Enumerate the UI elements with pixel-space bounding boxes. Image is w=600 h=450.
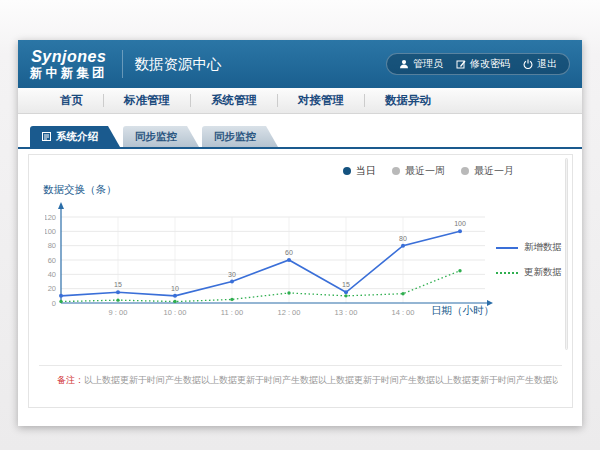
radio-last-week[interactable]: 最近一周 xyxy=(392,164,445,178)
radio-label: 当日 xyxy=(356,164,376,178)
svg-text:100: 100 xyxy=(454,220,466,227)
x-axis-title: 日期（小时） xyxy=(431,304,494,318)
svg-text:100: 100 xyxy=(45,227,56,236)
edit-icon xyxy=(456,59,466,69)
document-icon xyxy=(42,131,51,143)
tab-bar: 系统介绍 同步监控 同步监控 xyxy=(30,126,582,147)
company-logo: Synjones 新中新集团 xyxy=(30,49,108,80)
solid-line-icon xyxy=(496,247,518,249)
radio-label: 最近一月 xyxy=(474,164,514,178)
svg-text:60: 60 xyxy=(285,249,293,256)
svg-text:30: 30 xyxy=(228,271,236,278)
svg-text:20: 20 xyxy=(48,284,56,293)
radio-last-month[interactable]: 最近一月 xyxy=(461,164,514,178)
tab-system-intro[interactable]: 系统介绍 xyxy=(30,126,120,147)
header-divider xyxy=(122,50,123,78)
svg-text:40: 40 xyxy=(48,270,56,279)
chart-panel: 当日 最近一周 最近一月 数据交换（条） 0204060801001209 : … xyxy=(28,154,573,408)
footnote-prefix: 备注： xyxy=(57,375,84,385)
content-area: 系统介绍 同步监控 同步监控 当日 最近一周 xyxy=(18,114,582,425)
user-toolbar: 管理员 修改密码 退出 xyxy=(386,53,570,75)
legend-item-updated-data[interactable]: 更新数据 xyxy=(496,266,562,279)
svg-text:9 : 00: 9 : 00 xyxy=(109,308,128,317)
tab-sync-monitor-1[interactable]: 同步监控 xyxy=(123,126,199,147)
tab-sync-monitor-2[interactable]: 同步监控 xyxy=(202,126,278,147)
scrollbar[interactable] xyxy=(565,158,568,350)
nav-item-home[interactable]: 首页 xyxy=(40,93,103,108)
svg-text:12 : 00: 12 : 00 xyxy=(278,308,301,317)
svg-text:10: 10 xyxy=(171,285,179,292)
nav-item-system-management[interactable]: 系统管理 xyxy=(191,93,277,108)
footnote: 备注：以上数据更新于时间产生数据以上数据更新于时间产生数据以上数据更新于时间产生… xyxy=(57,374,558,387)
tab-label: 系统介绍 xyxy=(56,130,98,144)
y-axis-title: 数据交换（条） xyxy=(43,183,572,197)
nav-item-data-change[interactable]: 数据异动 xyxy=(365,93,451,108)
svg-text:0: 0 xyxy=(52,299,56,308)
footnote-divider xyxy=(39,365,562,366)
chart-area: 0204060801001209 : 0010 : 0011 : 0012 : … xyxy=(45,199,572,349)
svg-text:80: 80 xyxy=(399,235,407,242)
svg-text:14 : 00: 14 : 00 xyxy=(392,308,415,317)
radio-dot-icon xyxy=(461,167,469,175)
svg-text:120: 120 xyxy=(45,213,56,222)
change-password-button[interactable]: 修改密码 xyxy=(456,57,510,71)
app-window: Synjones 新中新集团 数据资源中心 管理员 修改密码 xyxy=(18,40,582,426)
svg-text:80: 80 xyxy=(48,241,56,250)
change-password-label: 修改密码 xyxy=(470,57,510,71)
radio-today[interactable]: 当日 xyxy=(343,164,376,178)
svg-text:11 : 00: 11 : 00 xyxy=(221,308,243,317)
logout-button[interactable]: 退出 xyxy=(523,57,557,71)
logo-subtext: 新中新集团 xyxy=(30,67,108,80)
top-header: Synjones 新中新集团 数据资源中心 管理员 修改密码 xyxy=(18,40,582,88)
nav-item-standard-management[interactable]: 标准管理 xyxy=(104,93,190,108)
user-icon xyxy=(399,59,409,69)
nav-item-interface-management[interactable]: 对接管理 xyxy=(278,93,364,108)
svg-text:10 : 00: 10 : 00 xyxy=(164,308,187,317)
footnote-text: 以上数据更新于时间产生数据以上数据更新于时间产生数据以上数据更新于时间产生数据以… xyxy=(84,375,558,385)
time-filter-group: 当日 最近一周 最近一月 xyxy=(343,164,514,178)
svg-text:60: 60 xyxy=(48,256,56,265)
tab-label: 同步监控 xyxy=(135,130,177,144)
dotted-line-icon xyxy=(496,272,518,274)
svg-text:15: 15 xyxy=(342,281,350,288)
tab-underline xyxy=(18,147,582,149)
radio-dot-icon xyxy=(343,167,351,175)
radio-label: 最近一周 xyxy=(405,164,445,178)
power-icon xyxy=(523,59,533,69)
legend-label: 新增数据 xyxy=(524,241,562,254)
svg-text:13 : 00: 13 : 00 xyxy=(335,308,358,317)
main-nav: 首页 标准管理 系统管理 对接管理 数据异动 xyxy=(18,88,582,114)
chart-legend: 新增数据 更新数据 xyxy=(496,241,562,279)
logo-text: Synjones xyxy=(31,49,106,65)
logout-label: 退出 xyxy=(537,57,557,71)
svg-text:15: 15 xyxy=(114,281,122,288)
app-title: 数据资源中心 xyxy=(135,55,222,74)
admin-user-button[interactable]: 管理员 xyxy=(399,57,443,71)
admin-label: 管理员 xyxy=(413,57,443,71)
legend-label: 更新数据 xyxy=(524,266,562,279)
legend-item-new-data[interactable]: 新增数据 xyxy=(496,241,562,254)
radio-dot-icon xyxy=(392,167,400,175)
tab-label: 同步监控 xyxy=(214,130,256,144)
